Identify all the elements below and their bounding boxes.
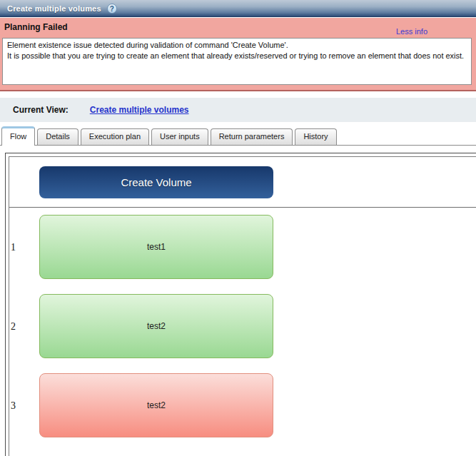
flow-row: 1 test1 (9, 208, 476, 287)
tab-return-parameters[interactable]: Return parameters (211, 128, 293, 145)
flow-step-node[interactable]: test2 (39, 294, 273, 358)
flow-row-number: 2 (11, 321, 16, 333)
tab-strip: FlowDetailsExecution planUser inputsRetu… (0, 126, 476, 146)
tab-user-inputs[interactable]: User inputs (151, 128, 208, 145)
flow-step-node[interactable]: test2 (39, 373, 273, 437)
error-message-line1: Element existence issue detected during … (7, 40, 467, 51)
tab-execution-plan[interactable]: Execution plan (81, 128, 149, 145)
window-titlebar: Create multiple volumes ? (0, 0, 476, 17)
help-icon[interactable]: ? (107, 4, 117, 14)
flow-row: 3 test2 (9, 366, 476, 445)
current-view-bar: Current View: Create multiple volumes (0, 98, 476, 122)
window-title: Create multiple volumes (7, 4, 101, 13)
error-message-line2: It is possible that you are trying to cr… (7, 51, 467, 61)
tab-details[interactable]: Details (37, 128, 79, 145)
flow-step-node[interactable]: test1 (39, 215, 273, 279)
flow-row-number: 1 (11, 242, 16, 253)
error-banner: Planning Failed Less info Element existe… (0, 18, 476, 91)
flow-row-number: 3 (11, 400, 16, 412)
flow-diagram: Create Volume 1 test1 2 test2 3 test2 (9, 156, 476, 456)
error-title: Planning Failed (4, 22, 68, 32)
error-message-box: Element existence issue detected during … (2, 38, 472, 85)
flow-header-row: Create Volume (9, 157, 476, 208)
tab-history[interactable]: History (295, 128, 336, 145)
flow-panel: Create Volume 1 test1 2 test2 3 test2 (5, 153, 476, 456)
flow-header-node[interactable]: Create Volume (39, 166, 273, 198)
less-info-link[interactable]: Less info (396, 27, 427, 36)
flow-row: 2 test2 (9, 287, 476, 366)
current-view-label: Current View: (13, 105, 69, 115)
current-view-link[interactable]: Create multiple volumes (90, 105, 189, 115)
tab-flow[interactable]: Flow (1, 126, 35, 146)
